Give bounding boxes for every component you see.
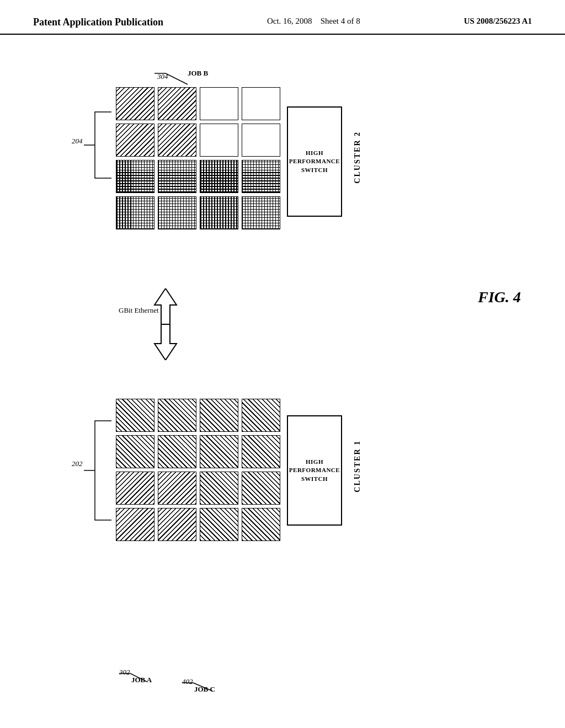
publication-date-sheet: Oct. 16, 2008 Sheet 4 of 8 [267, 17, 360, 26]
svg-line-0 [166, 73, 188, 84]
node-c1-r2c1 [116, 435, 154, 468]
connection-arrow-container: GBit Ethernet [149, 288, 204, 362]
publication-title: Patent Application Publication [33, 17, 163, 28]
node-c1-r4c4 [242, 508, 280, 541]
node-c2-r3c1 [116, 160, 154, 193]
ref-204: 204 [72, 137, 83, 146]
ref-202: 202 [72, 459, 83, 468]
connection-label: GBit Ethernet [119, 305, 159, 316]
node-c2-r4c4 [242, 196, 280, 229]
ref-204-brace [84, 106, 117, 184]
node-c2-r3c2 [158, 160, 196, 193]
node-c1-r1c4 [242, 399, 280, 432]
publication-number: US 2008/256223 A1 [464, 17, 532, 26]
cluster1-grid [116, 399, 279, 540]
job-a-label: JOB A [131, 676, 152, 684]
cluster1-label: CLUSTER 1 [353, 440, 362, 493]
node-c2-r1c2 [158, 87, 196, 120]
node-c2-r4c1 [116, 196, 154, 229]
node-c1-r3c2 [158, 472, 196, 505]
node-c1-r2c4 [242, 435, 280, 468]
diagram-area: FIG. 4 304 JOB B 204 [0, 35, 565, 708]
cluster2-grid [116, 87, 279, 228]
node-c1-r1c1 [116, 399, 154, 432]
node-c2-r2c2 [158, 124, 196, 157]
cluster2-label: CLUSTER 2 [353, 131, 362, 184]
node-c2-r2c1 [116, 124, 154, 157]
node-c1-r1c2 [158, 399, 196, 432]
cluster1-switch-box: HIGH PERFORMANCE SWITCH [287, 415, 342, 526]
cluster2-switch-box: HIGH PERFORMANCE SWITCH [287, 106, 342, 217]
ref-302: 302 [119, 668, 130, 677]
node-c2-r4c2 [158, 196, 196, 229]
node-c2-r2c3 [200, 124, 238, 157]
node-c2-r3c4 [242, 160, 280, 193]
ref-402: 402 [182, 677, 193, 686]
node-c1-r3c4 [242, 472, 280, 505]
job-a-container: 302 JOB A [119, 668, 174, 687]
ref-202-brace [84, 415, 117, 526]
node-c1-r2c3 [200, 435, 238, 468]
node-c2-r3c3 [200, 160, 238, 193]
node-c1-r2c2 [158, 435, 196, 468]
job-c-container: 402 JOB C [182, 677, 237, 696]
svg-marker-4 [154, 324, 177, 360]
node-c2-r4c3 [200, 196, 238, 229]
node-c2-r1c4 [242, 87, 280, 120]
node-c2-r1c1 [116, 87, 154, 120]
connection-arrow [149, 288, 204, 360]
page-header: Patent Application Publication Oct. 16, … [0, 0, 565, 35]
node-c1-r4c1 [116, 508, 154, 541]
node-c1-r3c1 [116, 472, 154, 505]
job-b-label: JOB B [188, 69, 208, 78]
node-c1-r1c3 [200, 399, 238, 432]
job-c-label: JOB C [194, 685, 215, 694]
node-c1-r4c3 [200, 508, 238, 541]
figure-label: FIG. 4 [478, 288, 521, 306]
node-c2-r2c4 [242, 124, 280, 157]
node-c1-r3c3 [200, 472, 238, 505]
node-c2-r1c3 [200, 87, 238, 120]
node-c1-r4c2 [158, 508, 196, 541]
